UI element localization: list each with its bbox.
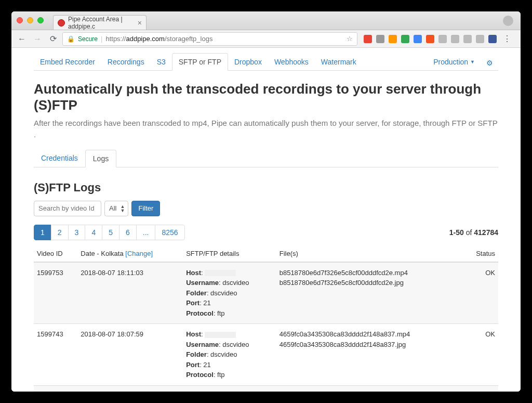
star-icon[interactable]: ☆: [347, 35, 353, 43]
cell-video-id: 1599753: [34, 262, 77, 324]
window-traffic-lights: [17, 17, 44, 23]
col-details: SFTP/FTP details: [183, 245, 276, 262]
cell-status: OK: [464, 385, 498, 392]
tab-s3[interactable]: S3: [151, 54, 172, 70]
cell-details: Host: Username: dscvideoFolder: dscvideo…: [183, 324, 276, 386]
col-date: Date - Kolkata [Change]: [77, 245, 183, 262]
cell-files: dd96263ea637992b8992913da29f2b6d.mp4dd96…: [276, 385, 464, 392]
ext-icon[interactable]: [376, 35, 384, 43]
page-subtitle: After the recordings have been transcode…: [34, 118, 498, 140]
col-status: Status: [464, 245, 498, 262]
ext-icon[interactable]: [463, 35, 472, 43]
chevron-down-icon: ▼: [470, 59, 475, 64]
profile-avatar-icon[interactable]: [503, 16, 513, 26]
cell-video-id: 1599740: [34, 385, 77, 392]
status-filter-select[interactable]: All ▲▼: [104, 201, 128, 216]
url-text: https://addpipe.com/storageftp_logs: [105, 35, 212, 43]
tab-dropbox[interactable]: Dropbox: [228, 54, 268, 70]
page-...: ...: [136, 225, 156, 240]
titlebar: Pipe Account Area | addpipe.c ×: [11, 11, 521, 30]
page-5[interactable]: 5: [102, 225, 119, 240]
subtab-credentials[interactable]: Credentials: [34, 150, 85, 167]
cell-video-id: 1599743: [34, 324, 77, 386]
ext-icon[interactable]: [438, 35, 447, 43]
gear-icon: ⚙: [486, 59, 493, 67]
extension-icons: ⋮: [361, 34, 516, 44]
table-row: 15997432018-08-07 18:07:59Host: Username…: [34, 324, 498, 386]
table-row: 15997402018-08-07 18:07:11Host: Username…: [34, 385, 498, 392]
page-title: Automatically push the transcoded record…: [34, 81, 498, 113]
logs-table: Video ID Date - Kolkata [Change] SFTP/FT…: [34, 245, 498, 392]
address-bar[interactable]: 🔒 Secure | https://addpipe.com/storageft…: [62, 32, 357, 46]
filter-button-label: Filter: [138, 204, 153, 212]
filter-controls: All ▲▼ Filter: [34, 201, 498, 216]
tab-title: Pipe Account Area | addpipe.c: [68, 16, 131, 30]
cell-date: 2018-08-07 18:11:03: [77, 262, 183, 324]
environment-label: Production: [433, 58, 468, 66]
subtab-logs[interactable]: Logs: [85, 150, 116, 167]
col-video-id: Video ID: [34, 245, 77, 262]
ext-icon[interactable]: [364, 35, 372, 43]
tab-recordings[interactable]: Recordings: [101, 54, 151, 70]
tab-embed-recorder[interactable]: Embed Recorder: [34, 54, 101, 70]
search-input[interactable]: [34, 201, 101, 216]
sub-nav: CredentialsLogs: [34, 150, 498, 167]
chevron-updown-icon: ▲▼: [121, 204, 125, 213]
cell-files: b8518780e6d7f326e5c8cf00dddfcd2e.mp4b851…: [276, 262, 464, 324]
ext-icon[interactable]: [426, 35, 434, 43]
change-timezone-link[interactable]: [Change]: [125, 250, 153, 257]
page-2[interactable]: 2: [51, 225, 69, 240]
section-title: (S)FTP Logs: [34, 181, 498, 194]
ext-icon[interactable]: [389, 35, 397, 43]
cell-date: 2018-08-07 18:07:11: [77, 385, 183, 392]
forward-button[interactable]: →: [31, 33, 44, 45]
pagination: 123456...8256: [34, 225, 185, 240]
close-tab-icon[interactable]: ×: [138, 19, 142, 27]
environment-dropdown[interactable]: Production ▼: [427, 54, 481, 70]
filter-button[interactable]: Filter: [131, 201, 160, 216]
pagination-row: 123456...8256 1-50 of 412784: [34, 225, 498, 240]
favicon-icon: [58, 19, 65, 27]
cell-files: 4659fc0a3435308ca83dddd2f148a837.mp44659…: [276, 324, 464, 386]
page-content: Embed RecorderRecordingsS3SFTP or FTPDro…: [11, 48, 521, 392]
settings-button[interactable]: ⚙: [481, 56, 498, 70]
col-files: File(s): [276, 245, 464, 262]
secure-label: Secure: [78, 35, 98, 43]
page-6[interactable]: 6: [119, 225, 137, 240]
cell-status: OK: [464, 324, 498, 386]
back-button[interactable]: ←: [16, 33, 28, 45]
minimize-window-icon[interactable]: [27, 17, 33, 23]
tab-webhooks[interactable]: Webhooks: [268, 54, 315, 70]
cell-details: Host: Username: dscvideoFolder: dscvideo…: [183, 262, 276, 324]
cell-date: 2018-08-07 18:07:59: [77, 324, 183, 386]
ext-icon[interactable]: [476, 35, 484, 43]
page-8256[interactable]: 8256: [155, 225, 184, 240]
table-row: 15997532018-08-07 18:11:03Host: Username…: [34, 262, 498, 324]
cell-details: Host: Username: dscvideoFolder: dscvideo…: [183, 385, 276, 392]
close-window-icon[interactable]: [17, 17, 23, 23]
reload-button[interactable]: ⟳: [47, 33, 59, 45]
page-3[interactable]: 3: [68, 225, 86, 240]
lock-icon: 🔒: [67, 35, 75, 43]
browser-tab[interactable]: Pipe Account Area | addpipe.c ×: [53, 15, 147, 30]
browser-window: Pipe Account Area | addpipe.c × ← → ⟳ 🔒 …: [11, 11, 521, 392]
chrome-menu-icon[interactable]: ⋮: [501, 34, 513, 44]
zoom-window-icon[interactable]: [37, 17, 44, 23]
browser-toolbar: ← → ⟳ 🔒 Secure | https://addpipe.com/sto…: [11, 30, 521, 48]
tab-sftp-or-ftp[interactable]: SFTP or FTP: [172, 53, 228, 71]
ext-icon[interactable]: [414, 35, 422, 43]
page-4[interactable]: 4: [85, 225, 102, 240]
page-1[interactable]: 1: [34, 225, 51, 240]
result-count: 1-50 of 412784: [449, 228, 498, 237]
ext-icon[interactable]: [488, 35, 497, 43]
ext-icon[interactable]: [401, 35, 409, 43]
cell-status: OK: [464, 262, 498, 324]
ext-icon[interactable]: [451, 35, 459, 43]
status-filter-value: All: [109, 204, 116, 212]
tab-watermark[interactable]: Watermark: [315, 54, 363, 70]
main-nav: Embed RecorderRecordingsS3SFTP or FTPDro…: [34, 48, 498, 71]
